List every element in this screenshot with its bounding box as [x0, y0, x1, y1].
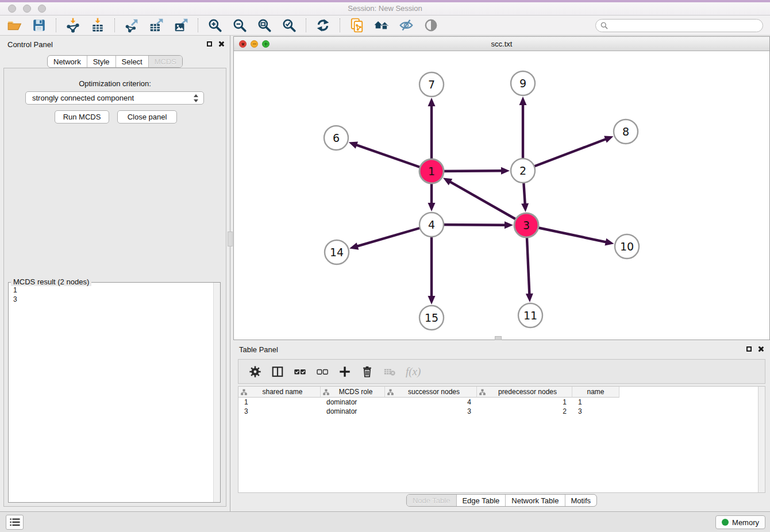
- tab-mcds[interactable]: MCDS: [148, 56, 182, 67]
- graph-node-1[interactable]: 1: [419, 159, 444, 183]
- graph-edge-3-10[interactable]: [526, 225, 614, 245]
- graph-node-9[interactable]: 9: [511, 71, 535, 95]
- window-title: Session: New Session: [0, 0, 770, 16]
- graph-node-4[interactable]: 4: [419, 213, 444, 237]
- mcds-result-list[interactable]: 13: [9, 284, 212, 502]
- maximize-window-icon[interactable]: [38, 5, 46, 13]
- zoom-out-icon[interactable]: [230, 17, 249, 34]
- result-scrollbar[interactable]: [213, 283, 220, 502]
- delete-column-icon[interactable]: [361, 365, 374, 378]
- svg-text:7: 7: [428, 78, 435, 91]
- network-graph: 7968124314101511: [234, 52, 769, 340]
- column-header-shared-name[interactable]: shared name: [238, 387, 321, 398]
- network-window-titlebar[interactable]: scc.txt: [234, 37, 769, 51]
- hide-selected-icon[interactable]: [396, 17, 416, 34]
- network-window-title: scc.txt: [234, 37, 769, 51]
- zoom-fit-icon[interactable]: [255, 17, 274, 34]
- table-cell[interactable]: 1: [477, 398, 572, 407]
- column-header-name[interactable]: name: [572, 387, 619, 398]
- float-panel-icon[interactable]: [207, 41, 212, 47]
- graph-node-6[interactable]: 6: [324, 126, 348, 150]
- graph-edge-4-14[interactable]: [349, 225, 432, 250]
- graph-edge-2-8[interactable]: [523, 136, 613, 171]
- import-network-icon[interactable]: [63, 17, 83, 34]
- run-mcds-button[interactable]: Run MCDS: [55, 110, 109, 124]
- close-table-panel-icon[interactable]: [757, 346, 764, 352]
- save-session-icon[interactable]: [29, 17, 49, 34]
- table-cell[interactable]: 3: [385, 407, 477, 416]
- graph-node-10[interactable]: 10: [615, 234, 639, 259]
- table-cell[interactable]: dominator: [321, 398, 385, 407]
- close-panel-button[interactable]: Close panel: [117, 110, 177, 124]
- tab-node-table[interactable]: Node Table: [407, 495, 456, 506]
- close-panel-icon[interactable]: [218, 41, 224, 47]
- deselect-all-icon[interactable]: [316, 365, 329, 378]
- graph-node-11[interactable]: 11: [518, 303, 542, 327]
- graph-edge-1-6[interactable]: [349, 141, 432, 171]
- search-field[interactable]: [595, 19, 763, 32]
- svg-text:9: 9: [519, 77, 526, 90]
- criterion-select[interactable]: strongly connected component: [25, 91, 204, 105]
- refresh-icon[interactable]: [313, 17, 333, 34]
- tab-motifs[interactable]: Motifs: [564, 495, 596, 506]
- search-input[interactable]: [611, 21, 758, 30]
- control-panel-title: Control Panel: [7, 40, 53, 49]
- table-scrollbar[interactable]: [758, 387, 765, 492]
- table-cell[interactable]: 1: [238, 398, 321, 407]
- show-hidden-icon[interactable]: [421, 17, 441, 34]
- tab-edge-table[interactable]: Edge Table: [456, 495, 505, 506]
- tab-network[interactable]: Network: [48, 56, 87, 67]
- export-table-icon[interactable]: [147, 17, 166, 34]
- horizontal-splitter-handle[interactable]: [495, 336, 502, 340]
- select-all-icon[interactable]: [294, 365, 306, 378]
- search-icon: [600, 22, 608, 29]
- zoom-selected-icon[interactable]: [279, 17, 299, 34]
- export-network-icon[interactable]: [122, 17, 141, 34]
- graph-edge-3-1[interactable]: [443, 178, 526, 225]
- table-tabs: Node TableEdge TableNetwork TableMotifs: [406, 494, 597, 507]
- float-table-panel-icon[interactable]: [746, 346, 752, 352]
- graph-node-8[interactable]: 8: [614, 119, 638, 144]
- table-cell[interactable]: dominator: [321, 407, 385, 416]
- open-file-icon[interactable]: [5, 17, 24, 34]
- column-header-predecessor-nodes[interactable]: predecessor nodes: [477, 387, 572, 398]
- export-image-icon[interactable]: [171, 17, 191, 34]
- close-window-icon[interactable]: [8, 5, 16, 13]
- table-cell[interactable]: 1: [572, 398, 619, 407]
- node-table: shared nameMCDS rolesuccessor nodesprede…: [238, 386, 765, 493]
- table-cell[interactable]: 3: [572, 407, 619, 416]
- graph-node-3[interactable]: 3: [514, 213, 538, 237]
- table-cell[interactable]: 2: [477, 407, 572, 416]
- graph-node-2[interactable]: 2: [511, 159, 535, 183]
- panel-splitter-handle[interactable]: [228, 232, 233, 246]
- table-row[interactable]: 1dominator411: [238, 398, 757, 407]
- table-cell[interactable]: 4: [385, 398, 477, 407]
- svg-text:2: 2: [519, 164, 526, 177]
- memory-button[interactable]: Memory: [715, 515, 765, 529]
- split-pane-icon[interactable]: [271, 365, 284, 378]
- tab-network-table[interactable]: Network Table: [505, 495, 564, 506]
- table-header-row: shared nameMCDS rolesuccessor nodesprede…: [238, 387, 619, 398]
- column-label: MCDS role: [329, 388, 382, 396]
- task-history-icon[interactable]: [6, 515, 24, 530]
- graph-node-15[interactable]: 15: [419, 306, 444, 330]
- graph-node-14[interactable]: 14: [325, 240, 349, 264]
- control-panel: Control Panel NetworkStyleSelectMCDS Opt…: [0, 36, 230, 511]
- minimize-window-icon[interactable]: [23, 5, 31, 13]
- table-panel-title: Table Panel: [239, 345, 278, 354]
- tab-select[interactable]: Select: [116, 56, 148, 67]
- graph-node-7[interactable]: 7: [419, 72, 444, 97]
- zoom-in-icon[interactable]: [205, 17, 225, 34]
- network-canvas[interactable]: 7968124314101511: [234, 52, 769, 340]
- table-cell[interactable]: 3: [238, 407, 321, 416]
- first-neighbors-icon[interactable]: [372, 17, 391, 34]
- column-label: successor nodes: [394, 388, 474, 396]
- column-header-mcds-role[interactable]: MCDS role: [321, 387, 385, 398]
- import-table-icon[interactable]: [88, 17, 107, 34]
- tab-style[interactable]: Style: [87, 56, 116, 67]
- table-row[interactable]: 3dominator323: [238, 407, 757, 416]
- add-column-icon[interactable]: [338, 365, 351, 378]
- column-header-successor-nodes[interactable]: successor nodes: [385, 387, 477, 398]
- clone-network-icon[interactable]: [347, 17, 367, 34]
- settings-gear-icon[interactable]: [249, 365, 261, 378]
